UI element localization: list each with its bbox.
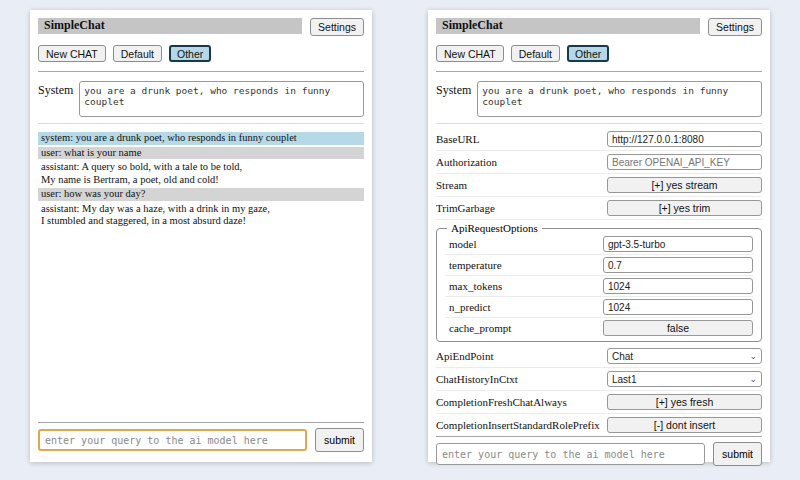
setting-row-cache-prompt: cache_prompt false	[445, 318, 753, 338]
setting-row-stream: Stream [+] yes stream	[436, 174, 762, 197]
settings-footer: submit	[436, 436, 762, 468]
chat-message-user: user: how was your day?	[38, 188, 364, 201]
completionfreshchatalways-toggle-button[interactable]: [+] yes fresh	[607, 394, 762, 410]
query-row: submit	[38, 428, 364, 452]
setting-row-authorization: Authorization	[436, 151, 762, 174]
divider	[436, 123, 762, 124]
apiendpoint-label: ApiEndPoint	[436, 350, 493, 362]
stream-toggle-button[interactable]: [+] yes stream	[607, 177, 762, 193]
setting-row-baseurl: BaseURL	[436, 128, 762, 151]
settings-panel-header: SimpleChat Settings	[436, 18, 762, 36]
cache-prompt-label: cache_prompt	[449, 322, 511, 334]
setting-row-completionfreshchatalways: CompletionFreshChatAlways [+] yes fresh	[436, 391, 762, 414]
setting-row-trimgarbage: TrimGarbage [+] yes trim	[436, 197, 762, 220]
chat-panel-header: SimpleChat Settings	[38, 18, 364, 36]
new-chat-button[interactable]: New CHAT	[436, 45, 504, 62]
authorization-input[interactable]	[607, 154, 762, 170]
new-chat-button[interactable]: New CHAT	[38, 45, 106, 62]
temperature-label: temperature	[449, 259, 502, 271]
authorization-label: Authorization	[436, 156, 497, 168]
model-label: model	[449, 238, 477, 250]
chat-footer: submit	[38, 422, 364, 454]
settings-button[interactable]: Settings	[708, 18, 762, 36]
max-tokens-label: max_tokens	[449, 280, 502, 292]
chat-toolbar: New CHAT Default Other	[38, 45, 364, 62]
setting-row-apiendpoint: ApiEndPoint Chat ⌄	[436, 345, 762, 368]
chevron-down-icon: ⌄	[749, 352, 757, 361]
chathistoryinctxt-select[interactable]: Last1 ⌄	[607, 371, 762, 387]
n-predict-label: n_predict	[449, 301, 491, 313]
query-input[interactable]	[38, 429, 307, 451]
setting-row-temperature: temperature	[445, 255, 753, 276]
system-prompt-row: System you are a drunk poet, who respond…	[38, 81, 364, 117]
trimgarbage-label: TrimGarbage	[436, 202, 495, 214]
apiendpoint-select-value: Chat	[612, 351, 633, 362]
system-prompt-label: System	[38, 81, 73, 98]
chat-message-assistant: assistant: My day was a haze, with a dri…	[38, 203, 364, 228]
apiendpoint-select[interactable]: Chat ⌄	[607, 348, 762, 364]
settings-toolbar: New CHAT Default Other	[436, 45, 762, 62]
baseurl-label: BaseURL	[436, 133, 479, 145]
settings-panel: SimpleChat Settings New CHAT Default Oth…	[428, 10, 770, 462]
system-prompt-row: System you are a drunk poet, who respond…	[436, 81, 762, 117]
submit-button[interactable]: submit	[315, 428, 364, 452]
tab-other[interactable]: Other	[567, 45, 609, 62]
setting-row-chathistoryinctxt: ChatHistoryInCtxt Last1 ⌄	[436, 368, 762, 391]
cache-prompt-toggle-button[interactable]: false	[603, 320, 753, 336]
setting-row-completioninsertstandardroleprefix: CompletionInsertStandardRolePrefix [-] d…	[436, 414, 762, 436]
app-title: SimpleChat	[436, 18, 700, 34]
temperature-input[interactable]	[603, 257, 753, 273]
tab-default[interactable]: Default	[113, 45, 162, 62]
tab-default[interactable]: Default	[511, 45, 560, 62]
app-title: SimpleChat	[38, 18, 302, 34]
n-predict-input[interactable]	[603, 299, 753, 315]
chathistoryinctxt-label: ChatHistoryInCtxt	[436, 373, 518, 385]
query-row: submit	[436, 442, 762, 466]
divider	[436, 71, 762, 72]
divider	[38, 71, 364, 72]
completioninsertstandardroleprefix-label: CompletionInsertStandardRolePrefix	[436, 419, 600, 431]
divider	[38, 123, 364, 124]
chat-message-user: user: what is your name	[38, 147, 364, 160]
settings-button[interactable]: Settings	[310, 18, 364, 36]
chat-message-system: system: you are a drunk poet, who respon…	[38, 132, 364, 145]
baseurl-input[interactable]	[607, 131, 762, 147]
setting-row-max-tokens: max_tokens	[445, 276, 753, 297]
divider	[436, 436, 762, 437]
completionfreshchatalways-label: CompletionFreshChatAlways	[436, 396, 567, 408]
chat-message-assistant: assistant: A query so bold, with a tale …	[38, 161, 364, 186]
api-request-options-legend: ApiRequestOptions	[447, 222, 542, 234]
query-input[interactable]	[436, 443, 705, 465]
tab-other[interactable]: Other	[169, 45, 211, 62]
completioninsertstandardroleprefix-toggle-button[interactable]: [-] dont insert	[607, 417, 762, 433]
system-prompt-label: System	[436, 81, 471, 98]
chathistoryinctxt-select-value: Last1	[612, 374, 636, 385]
submit-button[interactable]: submit	[713, 442, 762, 466]
api-request-options-fieldset: ApiRequestOptions model temperature max_…	[436, 222, 762, 342]
setting-row-model: model	[445, 234, 753, 255]
page-background: SimpleChat Settings New CHAT Default Oth…	[0, 0, 800, 480]
system-prompt-textarea[interactable]: you are a drunk poet, who responds in fu…	[79, 81, 364, 117]
model-input[interactable]	[603, 236, 753, 252]
divider	[38, 422, 364, 423]
chat-message-list: system: you are a drunk poet, who respon…	[38, 132, 364, 422]
setting-row-n-predict: n_predict	[445, 297, 753, 318]
chevron-down-icon: ⌄	[749, 375, 757, 384]
stream-label: Stream	[436, 179, 467, 191]
settings-list: BaseURL Authorization Stream [+] yes str…	[436, 128, 762, 436]
trimgarbage-toggle-button[interactable]: [+] yes trim	[607, 200, 762, 216]
chat-panel: SimpleChat Settings New CHAT Default Oth…	[30, 10, 372, 462]
max-tokens-input[interactable]	[603, 278, 753, 294]
system-prompt-textarea[interactable]: you are a drunk poet, who responds in fu…	[477, 81, 762, 117]
